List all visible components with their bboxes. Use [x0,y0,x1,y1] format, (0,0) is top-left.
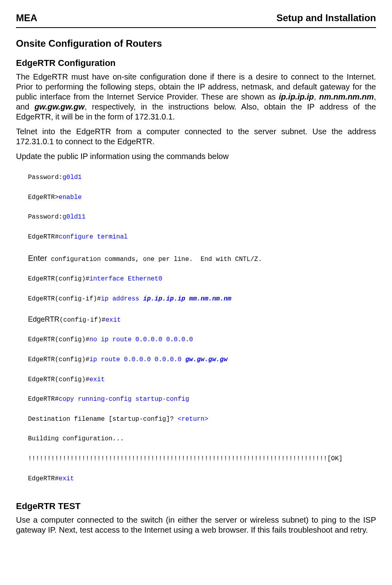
code-line: EdgeRTR#exit [28,474,376,484]
code-text: configuration commands, one per line. En… [47,256,262,263]
code-line: EdgeRTR(config)#ip route 0.0.0.0 0.0.0.0… [28,355,376,365]
code-line: Password:g0ld11 [28,212,376,222]
text-run: , [314,92,319,101]
code-placeholder: ip.ip.ip.ip mm.nm.nm.nm [143,295,231,302]
header-rule [16,27,376,28]
code-prompt: EdgeRTR [28,315,60,323]
code-prompt: Password: [28,213,62,221]
header-left: MEA [16,12,37,24]
code-line: Enter configuration commands, one per li… [28,252,376,265]
code-prompt: EdgeRTR(config)# [28,275,90,283]
section2-paragraph-1: Use a computer connected to the switch (… [16,515,376,535]
code-text: Building configuration... [28,435,124,442]
code-block: Password:g0ld1 EdgeRTR>enable Password:g… [28,163,376,494]
code-prompt: EdgeRTR(config)# [28,336,90,343]
section2-heading: EdgeRTR TEST [16,501,376,512]
code-placeholder: gw.gw.gw.gw [185,356,228,363]
code-command: interface Ethernet0 [90,275,162,283]
section1-paragraph-1: The EdgeRTR must have on-site configurat… [16,72,376,122]
code-prompt: Password: [28,174,62,181]
section1-heading: EdgeRTR Configuration [16,58,376,69]
section1-paragraph-3: Update the public IP information using t… [16,151,376,161]
code-line: EdgeRTR>enable [28,193,376,203]
code-command: exit [59,475,74,482]
code-line: Destination filename [startup-config]? <… [28,414,376,424]
code-prompt: EdgeRTR> [28,194,59,201]
code-prompt: EdgeRTR(config)# [28,376,90,383]
code-prompt: EdgeRTR# [28,475,59,482]
code-text: Enter [28,254,47,263]
code-line: EdgeRTR#copy running-config startup-conf… [28,394,376,404]
code-command: enable [59,194,82,201]
code-prompt: EdgeRTR(config-if)# [28,295,101,302]
code-command: copy running-config startup-config [59,396,189,403]
page-header: MEA Setup and Installation [16,12,376,24]
code-line: Building configuration... [28,434,376,444]
section1-paragraph-2: Telnet into the EdgeRTR from a computer … [16,127,376,147]
code-text: Destination filename [startup-config]? [28,416,177,423]
code-line: !!!!!!!!!!!!!!!!!!!!!!!!!!!!!!!!!!!!!!!!… [28,454,376,464]
placeholder-gw: gw.gw.gw.gw [34,102,85,111]
code-line: Password:g0ld1 [28,173,376,183]
code-command: g0ld1 [62,174,82,181]
code-command: <return> [177,416,208,423]
code-command: exit [105,316,121,324]
code-line: EdgeRTR(config-if)#exit [28,314,376,325]
code-line: EdgeRTR(config)#no ip route 0.0.0.0 0.0.… [28,335,376,345]
code-command: g0ld11 [62,213,86,221]
code-prompt: EdgeRTR# [28,396,59,403]
code-command: exit [90,376,105,383]
code-line: EdgeRTR(config)#interface Ethernet0 [28,274,376,284]
code-text: !!!!!!!!!!!!!!!!!!!!!!!!!!!!!!!!!!!!!!!!… [28,455,342,462]
code-prompt: EdgeRTR(config)# [28,356,90,363]
code-command: no ip route 0.0.0.0 0.0.0.0 [90,336,193,343]
code-command: configure terminal [59,233,128,241]
code-line: EdgeRTR#configure terminal [28,232,376,242]
code-command: ip route 0.0.0.0 0.0.0.0 [90,356,185,363]
code-prompt: (config-if)# [60,316,105,324]
page-title: Onsite Configuration of Routers [16,38,376,50]
placeholder-nm: nm.nm.nm.nm [319,92,374,101]
code-prompt: EdgeRTR# [28,233,59,241]
header-right: Setup and Installation [277,12,376,24]
placeholder-ip: ip.ip.ip.ip [279,92,314,101]
code-line: EdgeRTR(config-if)#ip address ip.ip.ip.i… [28,294,376,304]
code-line: EdgeRTR(config)#exit [28,375,376,385]
code-command: ip address [101,295,143,302]
